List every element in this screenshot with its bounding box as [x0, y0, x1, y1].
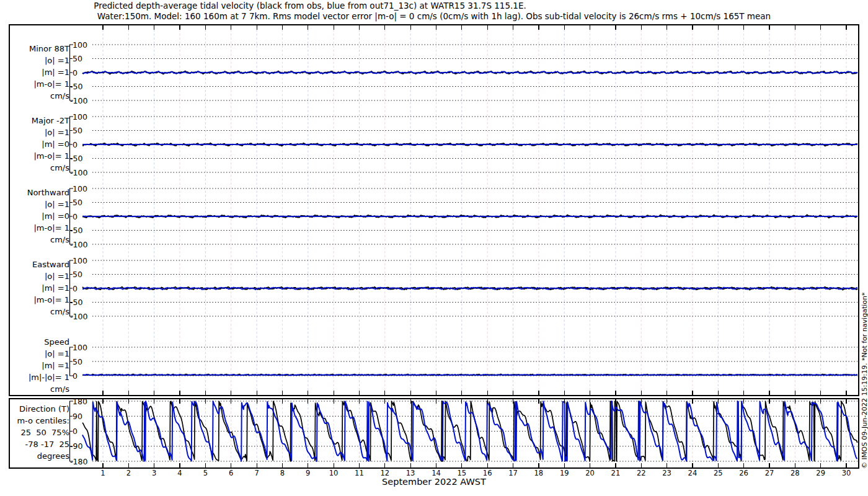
panel-label-line: |m| =1: [11, 360, 69, 371]
y-tick-label: 100: [73, 40, 87, 50]
panel-label-line: cm/s: [11, 90, 69, 102]
y-tick-label: -90: [70, 441, 82, 451]
panel-label-line: |o| =1: [11, 270, 69, 282]
panel-label-line: |o| =1: [11, 348, 69, 360]
panel-label-line: cm/s: [11, 383, 69, 395]
panel-label-line: |m| =0: [11, 138, 69, 150]
model-trace: [82, 144, 857, 145]
x-tick-label: 14: [427, 469, 445, 477]
x-tick-label: 9: [299, 469, 317, 477]
y-tick-label: 0: [73, 284, 78, 293]
velocity-panels-box: [9, 25, 859, 396]
y-tick-label: 0: [73, 140, 78, 149]
x-tick-label: 20: [581, 469, 600, 477]
x-tick-label: 8: [273, 469, 291, 477]
y-tick-label: 100: [73, 343, 87, 352]
y-tick-label: -100: [70, 168, 87, 177]
plot-canvas: [0, 0, 868, 496]
panel-label-line: |m-o|= 1: [11, 222, 69, 234]
y-tick-label: -50: [70, 298, 82, 307]
panel-label-line: |m| =1: [11, 282, 69, 294]
x-tick-label: 11: [350, 469, 368, 477]
panel-label-line: |m-o|= 1: [11, 78, 69, 90]
panel-label-line: |m-o|= 1: [11, 150, 69, 162]
panel-label-line: |o| =1: [11, 198, 69, 210]
direction-panel-box: [9, 399, 859, 468]
y-tick-label: -50: [70, 226, 82, 235]
copyright-watermark: © IMOS 09-Jun-2022 15:19:19. *Not for na…: [861, 293, 868, 469]
x-tick-label: 10: [324, 469, 343, 477]
x-tick-label: 4: [170, 469, 189, 477]
panel-label-line: cm/s: [11, 306, 69, 317]
x-tick-label: 5: [196, 469, 215, 477]
y-tick-label: 0: [73, 68, 78, 78]
y-tick-label: 50: [73, 126, 82, 135]
y-tick-label: 50: [73, 54, 82, 63]
x-tick-label: 25: [709, 469, 727, 477]
model-trace: [82, 216, 857, 217]
panel-label-block-northward: Northward|o| =1|m| =0|m-o|= 1cm/s: [11, 187, 69, 246]
y-tick-label: 0: [73, 427, 78, 436]
panel-label-line: Northward: [11, 187, 69, 198]
panel-label-line: Minor 88T: [11, 43, 69, 55]
y-tick-label: -100: [70, 96, 87, 105]
y-tick-label: 180: [73, 397, 87, 406]
x-tick-label: 23: [658, 469, 676, 477]
y-tick-label: 50: [73, 270, 82, 279]
x-axis-label: September 2022 AWST: [0, 477, 868, 487]
panel-label-block-major: Major -2T|o| =1|m| =0|m-o|= 1cm/s: [11, 115, 69, 174]
panel-label-line: Eastward: [11, 259, 69, 270]
y-tick-label: 50: [73, 198, 82, 207]
x-tick-label: 26: [735, 469, 753, 477]
panel-label-line: degrees: [11, 450, 69, 462]
y-tick-label: 0: [73, 212, 78, 221]
y-tick-label: 90: [73, 412, 82, 421]
y-tick-label: 100: [73, 112, 87, 122]
y-tick-label: -180: [70, 457, 87, 466]
x-tick-label: 16: [478, 469, 497, 477]
x-tick-label: 24: [683, 469, 702, 477]
x-tick-label: 2: [119, 469, 138, 477]
y-tick-label: 100: [73, 184, 87, 193]
panel-label-block-eastward: Eastward|o| =1|m| =1|m-o|= 1cm/s: [11, 259, 69, 317]
x-tick-label: 3: [145, 469, 164, 477]
panel-label-line: cm/s: [11, 234, 69, 246]
panel-label-line: |m|-|o|= 1: [11, 371, 69, 383]
panel-label-line: Direction (T): [11, 403, 69, 415]
x-tick-label: 21: [606, 469, 625, 477]
panel-label-line: |o| =1: [11, 55, 69, 66]
y-tick-label: -50: [70, 82, 82, 91]
panel-label-block-direction: Direction (T)m-o centiles:25 50 75%-78 -…: [11, 403, 69, 462]
x-tick-label: 15: [453, 469, 471, 477]
y-tick-label: -100: [70, 312, 87, 321]
panel-label-line: m-o centiles:: [11, 415, 69, 427]
panel-label-line: -78 -17 25: [11, 438, 69, 450]
x-tick-label: 6: [222, 469, 241, 477]
x-tick-label: 30: [837, 469, 856, 477]
x-tick-label: 17: [504, 469, 523, 477]
panel-label-block-minor: Minor 88T|o| =1|m| =1|m-o|= 1cm/s: [11, 43, 69, 102]
panel-label-line: |m-o|= 1: [11, 294, 69, 306]
y-tick-label: 0: [73, 371, 78, 381]
x-tick-label: 7: [247, 469, 266, 477]
panel-label-line: |m| =0: [11, 210, 69, 222]
x-tick-label: 12: [376, 469, 394, 477]
model-trace: [82, 374, 857, 376]
x-tick-label: 13: [401, 469, 420, 477]
y-tick-label: -50: [70, 154, 82, 163]
y-tick-label: 100: [73, 256, 87, 265]
panel-label-line: |o| =1: [11, 126, 69, 138]
panel-label-line: 25 50 75%: [11, 427, 69, 438]
y-tick-label: -100: [70, 240, 87, 249]
panel-label-line: Speed: [11, 336, 69, 348]
x-tick-label: 19: [555, 469, 574, 477]
x-tick-label: 22: [632, 469, 650, 477]
x-tick-label: 27: [760, 469, 779, 477]
panel-label-line: cm/s: [11, 162, 69, 174]
x-tick-label: 28: [786, 469, 804, 477]
tidal-velocity-figure: Predicted depth-average tidal velocity (…: [0, 0, 868, 496]
panel-label-line: |m| =1: [11, 66, 69, 78]
panel-label-line: Major -2T: [11, 115, 69, 126]
x-tick-label: 1: [94, 469, 112, 477]
x-tick-label: 18: [529, 469, 548, 477]
